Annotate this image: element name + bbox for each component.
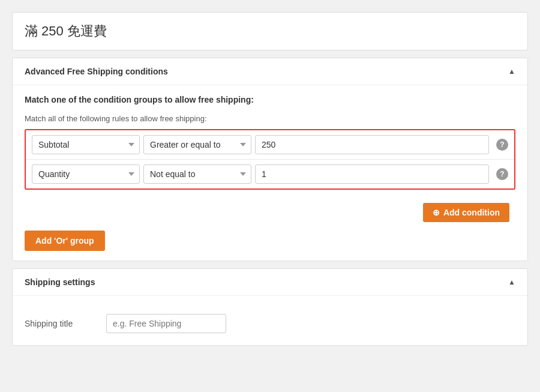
condition-group-box: Subtotal Quantity Weight Price Customer …: [25, 129, 515, 190]
add-condition-plus-icon: ⊕: [433, 208, 440, 217]
shipping-settings-card: Shipping settings ▲ Shipping title: [12, 268, 528, 346]
match-rules-label: Match all of the following rules to allo…: [25, 114, 515, 123]
match-groups-label: Match one of the condition groups to all…: [25, 95, 515, 104]
add-condition-label: Add condition: [443, 208, 500, 217]
operator-select-2[interactable]: Greater or equal to Less or equal to Equ…: [143, 164, 251, 184]
page-title: 滿 250 免運費: [25, 22, 515, 40]
field-select-1[interactable]: Subtotal Quantity Weight Price Customer: [32, 135, 140, 154]
condition-row-inner-1: Subtotal Quantity Weight Price Customer …: [32, 135, 489, 154]
conditions-card: Advanced Free Shipping conditions ▲ Matc…: [12, 58, 528, 261]
shipping-title-input[interactable]: [106, 314, 226, 333]
help-icon-2[interactable]: ?: [496, 168, 508, 180]
page-wrapper: 滿 250 免運費 Advanced Free Shipping conditi…: [12, 12, 528, 346]
conditions-collapse-icon[interactable]: ▲: [508, 67, 515, 76]
conditions-header-title: Advanced Free Shipping conditions: [25, 67, 168, 76]
shipping-settings-collapse-icon[interactable]: ▲: [508, 278, 515, 286]
shipping-settings-body: Shipping title: [13, 296, 527, 345]
table-row: Subtotal Quantity Weight Price Customer …: [26, 130, 514, 160]
help-icon-1[interactable]: ?: [496, 139, 508, 151]
value-input-2[interactable]: [255, 164, 489, 184]
add-or-group-button[interactable]: Add 'Or' group: [25, 231, 105, 251]
conditions-card-body: Match one of the condition groups to all…: [13, 85, 527, 261]
field-select-2[interactable]: Subtotal Quantity Weight Price Customer: [32, 164, 140, 184]
shipping-settings-title: Shipping settings: [25, 277, 95, 287]
add-condition-row: ⊕ Add condition: [25, 198, 515, 228]
operator-select-1[interactable]: Greater or equal to Less or equal to Equ…: [143, 135, 251, 154]
add-condition-button[interactable]: ⊕ Add condition: [423, 203, 509, 222]
condition-row-inner-2: Subtotal Quantity Weight Price Customer …: [32, 164, 489, 184]
shipping-title-row: Shipping title: [25, 306, 515, 336]
conditions-card-header: Advanced Free Shipping conditions ▲: [13, 58, 527, 85]
shipping-title-label: Shipping title: [25, 319, 97, 328]
table-row: Subtotal Quantity Weight Price Customer …: [26, 160, 514, 188]
value-input-1[interactable]: [255, 135, 489, 154]
shipping-settings-header: Shipping settings ▲: [13, 269, 527, 296]
title-section: 滿 250 免運費: [12, 12, 528, 50]
